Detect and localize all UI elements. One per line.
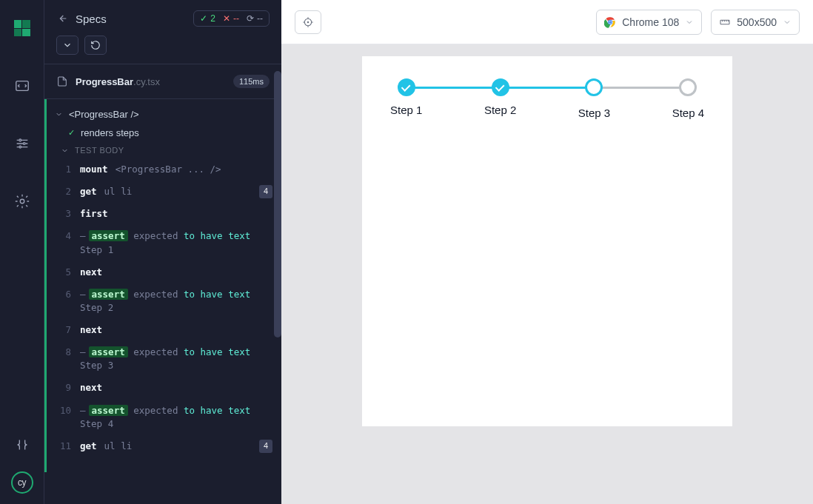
stat-fail: ✕ --: [223, 13, 239, 24]
command-row[interactable]: 9next: [44, 377, 281, 399]
chevron-down-icon: [55, 110, 63, 118]
svg-point-11: [609, 21, 612, 23]
collapse-button[interactable]: [56, 36, 78, 55]
command-body: first: [80, 207, 272, 221]
command-body: next: [80, 266, 272, 279]
browser-selector[interactable]: Chrome 108: [596, 10, 702, 35]
chrome-icon: [604, 16, 616, 28]
command-row[interactable]: 8–assert expected to have text Step 3: [44, 341, 281, 377]
command-body: getul li: [80, 185, 253, 198]
step-label: Step 4: [672, 107, 704, 119]
file-icon: [56, 75, 68, 87]
command-log: 1mount<ProgressBar ... />2getul li43firs…: [44, 158, 281, 457]
cypress-badge-icon[interactable]: cy: [11, 471, 33, 494]
gear-icon[interactable]: [7, 187, 37, 216]
svg-point-4: [20, 199, 24, 204]
test-body-header[interactable]: TEST BODY: [44, 142, 281, 158]
keyboard-shortcut-icon[interactable]: [7, 430, 37, 460]
progress-step: Step 1: [390, 78, 422, 119]
step-label: Step 1: [390, 104, 422, 116]
chevron-down-icon: [61, 147, 69, 155]
step-label: Step 3: [578, 107, 610, 119]
logo-icon[interactable]: [7, 13, 37, 43]
command-row[interactable]: 5next: [44, 261, 281, 283]
progress-connector: [601, 87, 680, 89]
command-number: 4: [44, 229, 71, 243]
back-icon[interactable]: [56, 13, 68, 24]
element-count-badge: 4: [259, 440, 272, 453]
run-stats: ✓ 2 ✕ -- ⟳ --: [193, 10, 270, 27]
command-number: 9: [44, 381, 71, 394]
settings-list-icon[interactable]: [7, 129, 37, 158]
progress-connector: [508, 87, 587, 89]
specs-title: Specs: [76, 13, 107, 25]
test-row[interactable]: ✓ renders steps: [44, 124, 281, 142]
command-row[interactable]: 3first: [44, 203, 281, 225]
viewport-label: 500x500: [737, 16, 777, 28]
command-row[interactable]: 10–assert expected to have text Step 4: [44, 400, 281, 435]
step-circle-icon: [679, 78, 697, 96]
command-number: 1: [44, 163, 71, 176]
suite-title: <ProgressBar />: [69, 109, 139, 120]
aut-stage: Step 1Step 2Step 3Step 4: [281, 44, 813, 504]
progress-bar: Step 1Step 2Step 3Step 4: [362, 78, 732, 119]
command-row[interactable]: 1mount<ProgressBar ... />: [44, 158, 281, 181]
stat-pending: ⟳ --: [247, 13, 263, 24]
command-body: getul li: [80, 440, 253, 453]
scrollbar-thumb[interactable]: [274, 71, 281, 337]
command-body: next: [80, 381, 272, 394]
aut-iframe: Step 1Step 2Step 3Step 4: [362, 56, 732, 426]
command-number: 2: [44, 185, 71, 198]
code-panel-icon[interactable]: [7, 71, 37, 101]
browser-label: Chrome 108: [622, 16, 679, 28]
command-body: –assert expected to have text Step 4: [80, 404, 272, 431]
command-body: next: [80, 323, 272, 337]
progress-step: Step 3: [578, 78, 610, 119]
command-number: 11: [44, 440, 71, 453]
command-row[interactable]: 11getul li4: [44, 435, 281, 457]
step-circle-icon: [585, 78, 603, 96]
ruler-icon: [719, 16, 731, 28]
selector-playground-button[interactable]: [295, 10, 321, 34]
progress-connector: [414, 87, 493, 89]
command-body: –assert expected to have text Step 2: [80, 288, 272, 315]
element-count-badge: 4: [259, 185, 272, 198]
spec-ext: .cy.tsx: [133, 76, 160, 87]
command-number: 3: [44, 207, 71, 221]
spec-file-row[interactable]: ProgressBar.cy.tsx 115ms: [44, 64, 281, 99]
step-label: Step 2: [484, 104, 516, 116]
svg-point-2: [23, 143, 25, 145]
pass-marker: [44, 99, 47, 472]
pass-check-icon: ✓: [68, 128, 75, 138]
svg-point-3: [19, 146, 21, 148]
progress-step: Step 4: [672, 78, 704, 119]
command-number: 10: [44, 404, 71, 417]
svg-point-1: [19, 139, 21, 141]
command-number: 7: [44, 323, 71, 337]
command-body: –assert expected to have text Step 1: [80, 229, 272, 256]
command-row[interactable]: 2getul li4: [44, 181, 281, 203]
rerun-button[interactable]: [84, 36, 107, 55]
stat-pass: ✓ 2: [200, 13, 215, 24]
suite-row[interactable]: <ProgressBar />: [44, 105, 281, 124]
command-number: 5: [44, 266, 71, 279]
progress-step: Step 2: [484, 78, 516, 119]
viewport-selector[interactable]: 500x500: [711, 10, 800, 35]
section-label: TEST BODY: [75, 146, 124, 155]
command-body: mount<ProgressBar ... />: [80, 163, 272, 176]
test-title: renders steps: [81, 127, 139, 138]
command-number: 8: [44, 346, 71, 359]
command-row[interactable]: 4–assert expected to have text Step 1: [44, 225, 281, 261]
chevron-down-icon: [783, 18, 792, 27]
check-icon: [492, 78, 509, 96]
svg-point-6: [307, 21, 308, 22]
command-body: –assert expected to have text Step 3: [80, 346, 272, 372]
check-icon: [398, 78, 415, 96]
command-number: 6: [44, 288, 71, 301]
command-row[interactable]: 6–assert expected to have text Step 2: [44, 283, 281, 319]
duration-badge: 115ms: [233, 75, 270, 88]
nav-rail: cy: [0, 0, 44, 504]
command-row[interactable]: 7next: [44, 319, 281, 341]
reporter-sidebar: Specs ✓ 2 ✕ -- ⟳ -- ProgressBar.cy.tsx 1…: [44, 0, 281, 504]
chevron-down-icon: [685, 18, 694, 27]
